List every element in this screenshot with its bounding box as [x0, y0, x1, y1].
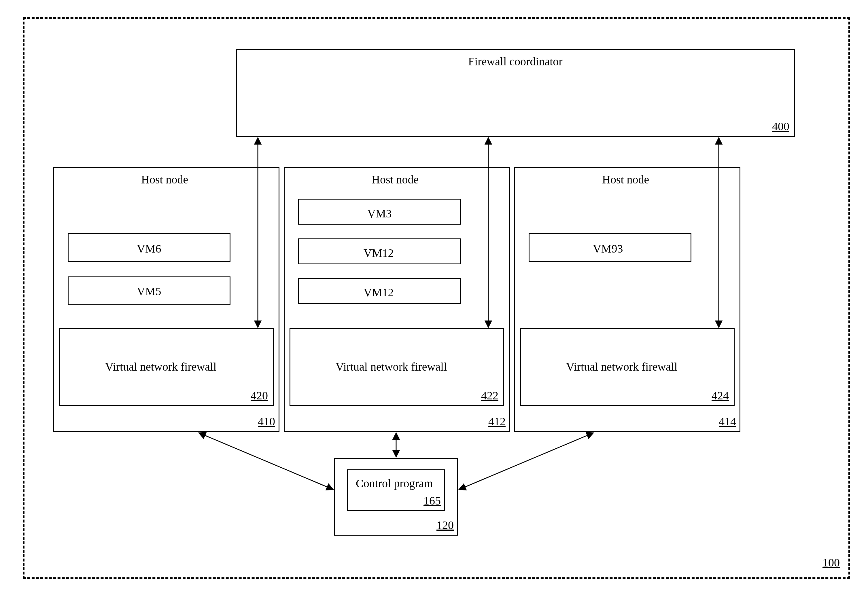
- host1-vm6-label: VM6: [137, 242, 161, 255]
- host3-firewall-label: Virtual network firewall: [566, 360, 677, 374]
- host1-firewall-ref: 420: [251, 389, 268, 402]
- host-node-2-ref: 412: [488, 415, 506, 428]
- host-node-3-label: Host node: [602, 173, 649, 186]
- host-node-3-ref: 414: [719, 415, 736, 428]
- host1-vm5-label: VM5: [137, 284, 161, 298]
- host-node-1-ref: 410: [258, 415, 275, 428]
- host2-vm3-label: VM3: [367, 207, 391, 220]
- host-node-2-label: Host node: [371, 173, 419, 186]
- host2-firewall-ref: 422: [481, 389, 498, 402]
- control-outer-ref: 120: [436, 518, 454, 532]
- firewall-coordinator-ref: 400: [772, 119, 789, 133]
- control-inner-ref: 165: [424, 494, 441, 507]
- host-node-1-label: Host node: [141, 173, 188, 186]
- host1-firewall-label: Virtual network firewall: [105, 360, 217, 374]
- diagram-stage: 100 Firewall coordinator 400 Host node 4…: [0, 0, 868, 603]
- host3-firewall-ref: 424: [712, 389, 729, 402]
- host3-vm93-label: VM93: [593, 242, 623, 255]
- firewall-coordinator-label: Firewall coordinator: [468, 55, 563, 68]
- host2-firewall-label: Virtual network firewall: [336, 360, 447, 374]
- system-ref: 100: [823, 556, 840, 569]
- control-inner-label: Control program: [356, 476, 433, 490]
- host2-vm12b-label: VM12: [364, 286, 393, 299]
- host2-vm12a-label: VM12: [364, 246, 393, 260]
